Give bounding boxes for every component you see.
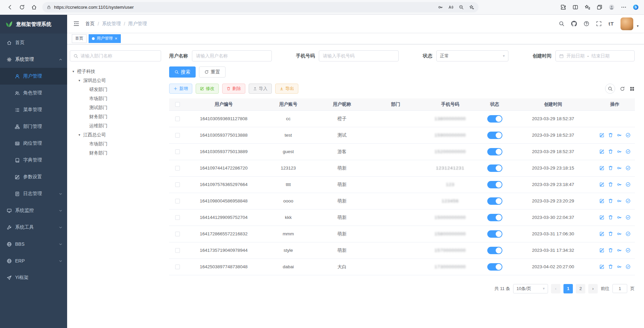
sidebar-item[interactable]: 系统监控 bbox=[0, 202, 67, 219]
phone-input[interactable] bbox=[319, 50, 399, 61]
reset-password-icon[interactable] bbox=[617, 248, 622, 253]
edit-action-icon[interactable] bbox=[599, 166, 604, 171]
tree-node[interactable]: ▾江西总公司 bbox=[70, 130, 161, 139]
user-avatar[interactable] bbox=[621, 17, 633, 30]
sidebar-item[interactable]: 岗位管理 bbox=[0, 135, 67, 152]
collections-icon[interactable] bbox=[597, 4, 602, 10]
delete-action-icon[interactable] bbox=[608, 231, 613, 236]
tab-用户管理[interactable]: 用户管理× bbox=[89, 34, 121, 43]
assign-role-icon[interactable] bbox=[626, 182, 631, 187]
date-range-picker[interactable]: 开始日期 - 结束日期 bbox=[555, 50, 635, 61]
next-page-button[interactable]: › bbox=[588, 284, 598, 293]
fullscreen-icon[interactable] bbox=[596, 21, 602, 27]
assign-role-icon[interactable] bbox=[626, 198, 631, 203]
row-checkbox[interactable] bbox=[175, 199, 180, 203]
tree-node[interactable]: 测试部门 bbox=[70, 103, 161, 112]
department-search[interactable] bbox=[70, 50, 161, 61]
delete-action-icon[interactable] bbox=[608, 149, 613, 154]
edit-action-icon[interactable] bbox=[599, 133, 604, 138]
breadcrumb-item[interactable]: 首页 bbox=[85, 21, 95, 27]
edit-action-icon[interactable] bbox=[599, 198, 604, 203]
status-toggle[interactable] bbox=[487, 197, 502, 205]
tree-node[interactable]: 财务部门 bbox=[70, 148, 161, 157]
page-button-1[interactable]: 1 bbox=[563, 284, 573, 293]
delete-action-icon[interactable] bbox=[608, 215, 613, 220]
sidebar-item[interactable]: ERP bbox=[0, 252, 67, 269]
edit-action-icon[interactable] bbox=[599, 248, 604, 253]
edit-action-icon[interactable] bbox=[599, 215, 604, 220]
bing-icon[interactable]: b bbox=[633, 4, 639, 10]
goto-page-input[interactable] bbox=[612, 284, 627, 293]
sidebar-item[interactable]: 部门管理 bbox=[0, 118, 67, 135]
caret-down-icon[interactable]: ▾ bbox=[637, 24, 639, 30]
add-button[interactable]: 新增 bbox=[169, 84, 192, 94]
delete-action-icon[interactable] bbox=[608, 248, 613, 253]
sidebar-item[interactable]: 日志管理 bbox=[0, 185, 67, 202]
reset-password-icon[interactable] bbox=[617, 166, 622, 171]
reset-password-icon[interactable] bbox=[617, 231, 622, 236]
sidebar-item[interactable]: 菜单管理 bbox=[0, 101, 67, 118]
tree-node[interactable]: ▾橙子科技 bbox=[70, 67, 161, 76]
reset-password-icon[interactable] bbox=[617, 198, 622, 203]
row-checkbox[interactable] bbox=[175, 215, 180, 220]
assign-role-icon[interactable] bbox=[626, 231, 631, 236]
address-bar[interactable]: https://ccnetcore.com:1101/system/user bbox=[42, 2, 479, 12]
help-icon[interactable] bbox=[584, 21, 589, 27]
reset-password-icon[interactable] bbox=[617, 264, 622, 269]
sidebar-item[interactable]: BBS bbox=[0, 236, 67, 252]
tab-首页[interactable]: 首页 bbox=[72, 34, 87, 43]
search-icon[interactable] bbox=[559, 21, 564, 27]
sidebar-item[interactable]: 参数设置 bbox=[0, 169, 67, 185]
assign-role-icon[interactable] bbox=[626, 215, 631, 220]
row-checkbox[interactable] bbox=[175, 116, 180, 121]
home-icon[interactable] bbox=[28, 2, 40, 13]
favorites-icon[interactable] bbox=[585, 4, 590, 10]
edit-action-icon[interactable] bbox=[599, 231, 604, 236]
row-checkbox[interactable] bbox=[175, 133, 180, 138]
profile-icon[interactable] bbox=[609, 4, 614, 10]
sidebar-item[interactable]: 首页 bbox=[0, 34, 67, 51]
favorite-add-icon[interactable] bbox=[469, 5, 474, 10]
tree-node[interactable]: ▾深圳总公司 bbox=[70, 76, 161, 85]
caret-down-icon[interactable]: ▾ bbox=[77, 79, 82, 82]
page-size-select[interactable]: 10条/页 ▾ bbox=[513, 284, 548, 293]
status-toggle[interactable] bbox=[487, 132, 502, 139]
assign-role-icon[interactable] bbox=[626, 264, 631, 269]
sidebar-item[interactable]: 字典管理 bbox=[0, 152, 67, 169]
status-toggle[interactable] bbox=[487, 148, 502, 155]
caret-down-icon[interactable]: ▾ bbox=[71, 69, 76, 73]
delete-action-icon[interactable] bbox=[608, 264, 613, 269]
close-icon[interactable]: × bbox=[115, 36, 117, 41]
edit-action-icon[interactable] bbox=[599, 182, 604, 187]
assign-role-icon[interactable] bbox=[626, 248, 631, 253]
reset-password-icon[interactable] bbox=[617, 149, 622, 154]
extensions-icon[interactable] bbox=[560, 4, 566, 10]
reset-password-icon[interactable] bbox=[617, 133, 622, 138]
tree-node[interactable]: 运维部门 bbox=[70, 121, 161, 130]
row-checkbox[interactable] bbox=[175, 182, 180, 187]
reset-password-icon[interactable] bbox=[617, 215, 622, 220]
edit-action-icon[interactable] bbox=[599, 264, 604, 269]
status-toggle[interactable] bbox=[487, 181, 502, 188]
refresh-icon[interactable] bbox=[16, 2, 28, 13]
github-icon[interactable] bbox=[571, 21, 577, 27]
sidebar-item[interactable]: 系统工具 bbox=[0, 219, 67, 236]
reset-password-icon[interactable] bbox=[617, 182, 622, 187]
app-logo[interactable]: 意框架管理系统 bbox=[0, 15, 67, 34]
tree-node[interactable]: 市场部门 bbox=[70, 139, 161, 148]
select-all-checkbox[interactable] bbox=[175, 102, 180, 107]
import-button[interactable]: 导入 bbox=[249, 84, 272, 94]
key-icon[interactable] bbox=[438, 5, 443, 10]
sidebar-item[interactable]: 用户管理 bbox=[0, 68, 67, 85]
status-select[interactable]: 正常 ▾ bbox=[436, 50, 508, 61]
delete-action-icon[interactable] bbox=[608, 198, 613, 203]
status-toggle[interactable] bbox=[487, 214, 502, 221]
read-aloud-icon[interactable] bbox=[448, 5, 453, 10]
edit-action-icon[interactable] bbox=[599, 149, 604, 154]
department-search-input[interactable] bbox=[81, 53, 157, 58]
modify-button[interactable]: 修改 bbox=[196, 84, 219, 94]
sidebar-item[interactable]: Yi框架 bbox=[0, 269, 67, 286]
toggle-search-icon[interactable] bbox=[605, 84, 615, 94]
row-checkbox[interactable] bbox=[175, 265, 180, 269]
delete-button[interactable]: 删除 bbox=[222, 84, 245, 94]
